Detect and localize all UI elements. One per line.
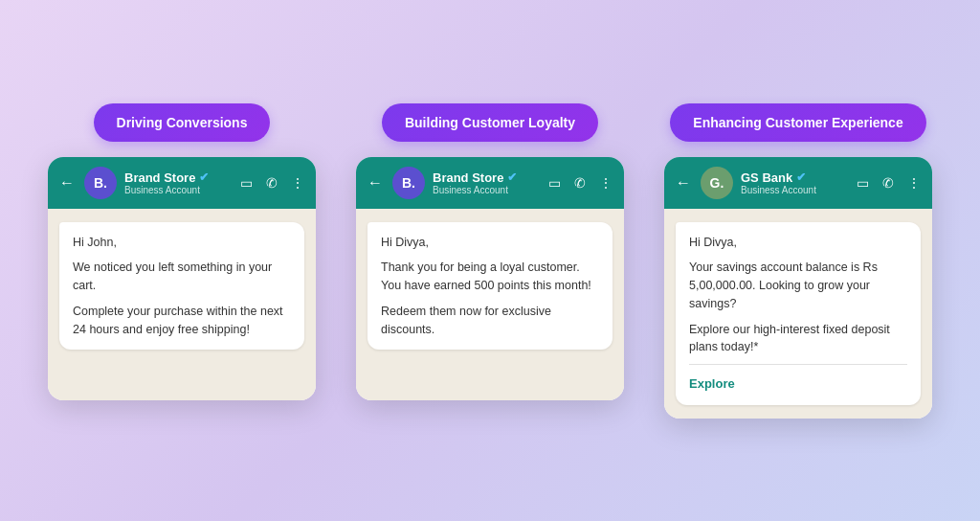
- msg-2-line-1: Hi Divya,: [381, 234, 599, 252]
- phone-icon-2[interactable]: ✆: [574, 175, 586, 191]
- more-icon-1[interactable]: ⋮: [291, 175, 304, 191]
- header-icons-3: ▭ ✆ ⋮: [857, 175, 921, 191]
- header-sub-2: Business Account: [433, 185, 541, 195]
- message-bubble-3: Hi Divya, Your savings account balance i…: [676, 222, 921, 405]
- msg-2-line-3: Redeem them now for exclusive discounts.: [381, 303, 599, 339]
- header-sub-3: Business Account: [741, 185, 849, 195]
- header-info-1: Brand Store ✔ Business Account: [124, 170, 233, 195]
- msg-1-line-2: We noticed you left something in your ca…: [73, 259, 291, 295]
- msg-1-line-3: Complete your purchase within the next 2…: [73, 303, 291, 339]
- message-bubble-2: Hi Divya, Thank you for being a loyal cu…: [368, 222, 612, 351]
- msg-3-line-2: Your savings account balance is Rs 5,00,…: [689, 259, 907, 312]
- pill-building-loyalty: Building Customer Loyalty: [382, 103, 598, 142]
- header-sub-1: Business Account: [124, 185, 233, 195]
- pill-enhancing-experience: Enhancing Customer Experience: [670, 103, 925, 142]
- main-container: Driving Conversions ← B. Brand Store ✔ B…: [0, 80, 980, 442]
- whatsapp-header-1: ← B. Brand Store ✔ Business Account ▭ ✆ …: [48, 157, 316, 209]
- avatar-3: G.: [701, 167, 733, 199]
- msg-2-line-2: Thank you for being a loyal customer. Yo…: [381, 259, 599, 295]
- card-enhancing-experience: Enhancing Customer Experience ← G. GS Ba…: [659, 103, 937, 419]
- back-arrow-icon-3[interactable]: ←: [676, 174, 691, 192]
- header-icons-2: ▭ ✆ ⋮: [548, 175, 612, 191]
- header-name-2: Brand Store ✔: [433, 170, 541, 185]
- divider-3: [689, 364, 907, 365]
- explore-link[interactable]: Explore: [689, 374, 907, 394]
- chat-body-3: Hi Divya, Your savings account balance i…: [664, 209, 932, 419]
- header-name-1: Brand Store ✔: [124, 170, 233, 185]
- msg-3-line-3: Explore our high-interest fixed deposit …: [689, 321, 907, 357]
- message-bubble-1: Hi John, We noticed you left something i…: [59, 222, 304, 351]
- msg-1-line-1: Hi John,: [73, 234, 291, 252]
- whatsapp-header-2: ← B. Brand Store ✔ Business Account ▭ ✆ …: [356, 157, 624, 209]
- pill-driving-conversions: Driving Conversions: [94, 103, 271, 142]
- video-icon-3[interactable]: ▭: [857, 175, 869, 191]
- verified-icon-1: ✔: [199, 170, 209, 184]
- avatar-2: B.: [392, 167, 425, 199]
- header-icons-1: ▭ ✆ ⋮: [240, 175, 304, 191]
- header-info-2: Brand Store ✔ Business Account: [433, 170, 541, 195]
- header-name-3: GS Bank ✔: [741, 170, 849, 185]
- avatar-1: B.: [84, 167, 117, 199]
- verified-icon-3: ✔: [796, 170, 806, 184]
- phone-icon-3[interactable]: ✆: [882, 175, 894, 191]
- verified-icon-2: ✔: [507, 170, 517, 184]
- msg-3-line-1: Hi Divya,: [689, 234, 907, 252]
- phone-mockup-3: ← G. GS Bank ✔ Business Account ▭ ✆ ⋮: [664, 157, 932, 419]
- phone-mockup-1: ← B. Brand Store ✔ Business Account ▭ ✆ …: [48, 157, 316, 400]
- chat-body-2: Hi Divya, Thank you for being a loyal cu…: [356, 209, 624, 400]
- video-icon-1[interactable]: ▭: [240, 175, 253, 191]
- card-driving-conversions: Driving Conversions ← B. Brand Store ✔ B…: [43, 103, 321, 400]
- whatsapp-header-3: ← G. GS Bank ✔ Business Account ▭ ✆ ⋮: [664, 157, 932, 209]
- back-arrow-icon-2[interactable]: ←: [368, 174, 383, 192]
- phone-icon-1[interactable]: ✆: [266, 175, 278, 191]
- more-icon-2[interactable]: ⋮: [599, 175, 612, 191]
- back-arrow-icon-1[interactable]: ←: [59, 174, 75, 192]
- video-icon-2[interactable]: ▭: [548, 175, 561, 191]
- more-icon-3[interactable]: ⋮: [907, 175, 921, 191]
- chat-body-1: Hi John, We noticed you left something i…: [48, 209, 316, 400]
- phone-mockup-2: ← B. Brand Store ✔ Business Account ▭ ✆ …: [356, 157, 624, 400]
- card-building-loyalty: Building Customer Loyalty ← B. Brand Sto…: [351, 103, 629, 400]
- header-info-3: GS Bank ✔ Business Account: [741, 170, 849, 195]
